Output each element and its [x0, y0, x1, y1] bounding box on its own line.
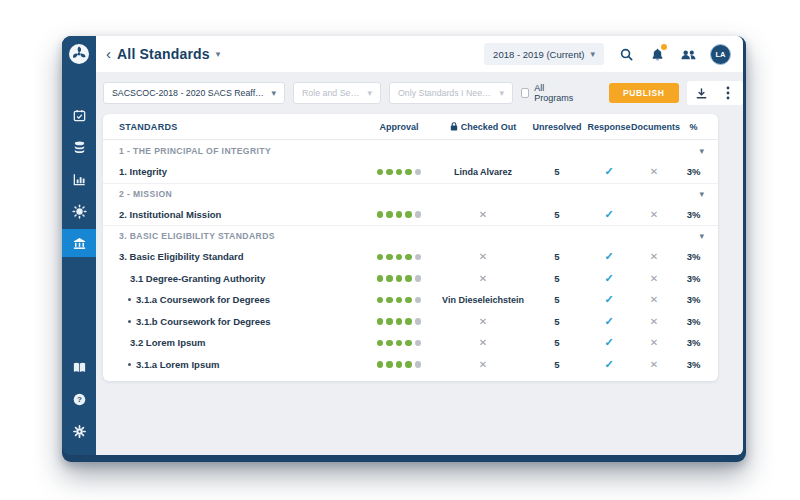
sidebar-item-calendar[interactable] — [62, 101, 96, 129]
x-icon[interactable]: ✕ — [439, 251, 527, 262]
unresolved-count[interactable]: 5 — [527, 337, 587, 348]
approval-dots[interactable] — [377, 254, 422, 261]
check-icon[interactable]: ✓ — [587, 165, 631, 178]
program-select[interactable]: SACSCOC-2018 - 2020 SACS Reaffirmation ▾ — [103, 82, 285, 104]
column-header-response[interactable]: Response — [587, 122, 631, 132]
year-selector[interactable]: 2018 - 2019 (Current) ▾ — [484, 43, 604, 65]
logo-pinwheel-icon[interactable] — [68, 43, 90, 65]
notifications-bell-icon[interactable] — [648, 45, 666, 63]
standard-row[interactable]: 3.2 Lorem Ipsum✕5✓✕3% — [103, 332, 718, 354]
standard-row[interactable]: 3.1.a Lorem Ipsum✕5✓✕3% — [103, 354, 718, 376]
approval-dots[interactable] — [377, 275, 422, 282]
approval-dot-filled — [386, 297, 393, 304]
x-icon[interactable]: ✕ — [439, 316, 527, 327]
x-icon[interactable]: ✕ — [631, 337, 677, 348]
unresolved-count[interactable]: 5 — [527, 166, 587, 177]
percent-value[interactable]: 3% — [677, 251, 710, 262]
standards-filter-select[interactable]: Only Standards I Need to Work On ▾ — [389, 82, 513, 104]
notification-badge — [661, 44, 667, 50]
column-header-approval[interactable]: Approval — [359, 122, 439, 132]
x-icon[interactable]: ✕ — [439, 273, 527, 284]
x-icon[interactable]: ✕ — [631, 294, 677, 305]
approval-dot-empty — [415, 254, 422, 261]
check-icon[interactable]: ✓ — [587, 358, 631, 371]
role-section-select[interactable]: Role and Section ▾ — [293, 82, 381, 104]
users-icon[interactable] — [679, 45, 697, 63]
percent-value[interactable]: 3% — [677, 316, 710, 327]
sidebar-item-reports[interactable] — [62, 165, 96, 193]
x-icon[interactable]: ✕ — [631, 209, 677, 220]
title-caret-icon[interactable]: ▾ — [216, 49, 221, 59]
sidebar-item-programs[interactable] — [62, 197, 96, 225]
unresolved-count[interactable]: 5 — [527, 209, 587, 220]
search-icon[interactable] — [617, 45, 635, 63]
unresolved-count[interactable]: 5 — [527, 273, 587, 284]
column-header-checked-out[interactable]: Checked Out — [439, 122, 527, 132]
percent-value[interactable]: 3% — [677, 166, 710, 177]
percent-value[interactable]: 3% — [677, 294, 710, 305]
x-icon[interactable]: ✕ — [631, 359, 677, 370]
x-icon[interactable]: ✕ — [439, 359, 527, 370]
check-icon[interactable]: ✓ — [587, 208, 631, 221]
documents-cell: ✕ — [631, 316, 677, 327]
check-icon[interactable]: ✓ — [587, 336, 631, 349]
documents-cell: ✕ — [631, 251, 677, 262]
unresolved-count[interactable]: 5 — [527, 359, 587, 370]
user-avatar[interactable]: LA — [710, 44, 731, 65]
column-header-unresolved[interactable]: Unresolved — [527, 122, 587, 132]
approval-dots[interactable] — [377, 361, 422, 368]
column-header-documents[interactable]: Documents — [631, 122, 677, 132]
x-icon[interactable]: ✕ — [631, 316, 677, 327]
download-icon[interactable] — [695, 86, 709, 100]
approval-dots[interactable] — [377, 297, 422, 304]
kebab-menu-icon[interactable] — [721, 86, 735, 100]
column-header-percent[interactable]: % — [677, 122, 710, 132]
x-icon[interactable]: ✕ — [631, 251, 677, 262]
sidebar-item-library[interactable] — [62, 353, 96, 381]
check-icon[interactable]: ✓ — [587, 250, 631, 263]
x-icon[interactable]: ✕ — [631, 166, 677, 177]
standard-row[interactable]: 3.1 Degree-Granting Authority✕5✓✕3% — [103, 268, 718, 290]
section-row[interactable]: 3. BASIC ELIGIBILITY STANDARDS▾ — [103, 225, 718, 246]
x-icon[interactable]: ✕ — [439, 209, 527, 220]
percent-value[interactable]: 3% — [677, 209, 710, 220]
chevron-down-icon[interactable]: ▾ — [699, 146, 704, 156]
percent-value[interactable]: 3% — [677, 273, 710, 284]
back-chevron-icon[interactable]: ‹ — [106, 45, 111, 62]
percent-value[interactable]: 3% — [677, 359, 710, 370]
section-row[interactable]: 2 - MISSION▾ — [103, 183, 718, 204]
checkbox-box[interactable] — [521, 88, 529, 98]
sidebar-item-database[interactable] — [62, 133, 96, 161]
percent-value[interactable]: 3% — [677, 337, 710, 348]
x-icon[interactable]: ✕ — [439, 337, 527, 348]
standard-row[interactable]: 1. IntegrityLinda Alvarez5✓✕3% — [103, 161, 718, 183]
approval-dots[interactable] — [377, 318, 422, 325]
all-programs-checkbox[interactable]: All Programs — [521, 83, 575, 103]
section-row[interactable]: 1 - THE PRINCIPAL OF INTEGRITY▾ — [103, 140, 718, 161]
chevron-down-icon[interactable]: ▾ — [699, 231, 704, 241]
sidebar-item-standards[interactable] — [62, 229, 96, 257]
chevron-down-icon[interactable]: ▾ — [699, 189, 704, 199]
column-header-standards[interactable]: STANDARDS — [103, 122, 359, 132]
book-icon — [72, 360, 87, 375]
unresolved-count[interactable]: 5 — [527, 251, 587, 262]
bullet-icon — [128, 298, 131, 301]
publish-button[interactable]: PUBLISH — [609, 83, 679, 103]
x-icon[interactable]: ✕ — [631, 273, 677, 284]
standard-row[interactable]: 3.1.a Coursework for DegreesVin Dieselei… — [103, 289, 718, 311]
standard-name: 3. Basic Eligibility Standard — [119, 251, 244, 262]
check-icon[interactable]: ✓ — [587, 315, 631, 328]
sidebar-item-settings[interactable] — [62, 417, 96, 445]
standard-row[interactable]: 2. Institutional Mission✕5✓✕3% — [103, 204, 718, 226]
approval-dots[interactable] — [377, 211, 422, 218]
check-icon[interactable]: ✓ — [587, 272, 631, 285]
standard-row[interactable]: 3.1.b Coursework for Degrees✕5✓✕3% — [103, 311, 718, 333]
unresolved-count[interactable]: 5 — [527, 316, 587, 327]
check-icon[interactable]: ✓ — [587, 293, 631, 306]
unresolved-count[interactable]: 5 — [527, 294, 587, 305]
approval-dots[interactable] — [377, 169, 422, 176]
sidebar-item-help[interactable]: ? — [62, 385, 96, 413]
standard-name-cell: 3.1 Degree-Granting Authority — [103, 273, 359, 284]
standard-row[interactable]: 3. Basic Eligibility Standard✕5✓✕3% — [103, 246, 718, 268]
approval-dots[interactable] — [377, 340, 422, 347]
